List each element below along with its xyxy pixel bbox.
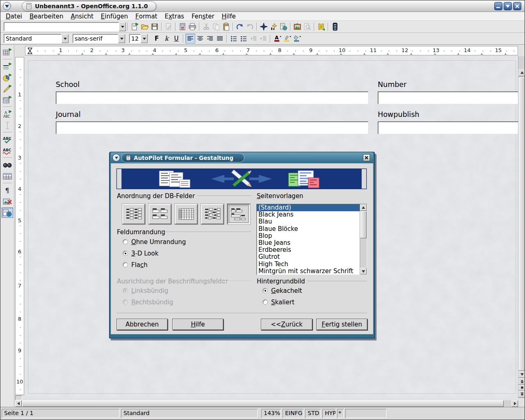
data-sources-icon[interactable]: [330, 22, 340, 32]
save-icon[interactable]: [150, 22, 160, 32]
menu-bearbeiten[interactable]: Bearbeiten: [26, 12, 67, 21]
menu-extras[interactable]: Extras: [161, 12, 187, 21]
arrangement-columns-labels-left-button[interactable]: [122, 204, 145, 224]
list-item[interactable]: Black Jeans: [257, 211, 367, 218]
window-titlebar[interactable]: Unbenannt3 - OpenOffice.org 1.1.0: [0, 0, 525, 12]
copy-icon[interactable]: [211, 22, 221, 32]
align-left-icon[interactable]: [185, 34, 195, 43]
arrangement-rows-labels-left-button[interactable]: [201, 204, 224, 224]
navigation-icon[interactable]: [316, 22, 326, 32]
arrangement-blocks-labels-above-button[interactable]: [227, 204, 250, 224]
form-functions-icon[interactable]: [2, 95, 13, 105]
status-page-style[interactable]: Standard: [121, 409, 258, 418]
maximize-button[interactable]: [504, 2, 512, 10]
radio-scaled-label[interactable]: Skaliert: [271, 299, 294, 306]
status-selection-mode[interactable]: STD: [305, 409, 321, 418]
graphics-onoff-icon[interactable]: [2, 196, 13, 207]
arrangement-as-table-button[interactable]: [175, 204, 198, 224]
new-document-icon[interactable]: [130, 22, 140, 32]
autospellcheck-icon[interactable]: ABC: [2, 146, 13, 156]
bold-icon[interactable]: F: [152, 34, 162, 43]
dialog-close-button[interactable]: [363, 154, 370, 161]
scroll-left-button[interactable]: [15, 400, 22, 407]
next-page-button[interactable]: [518, 390, 525, 397]
underline-icon[interactable]: U: [171, 34, 181, 43]
url-input[interactable]: [4, 22, 119, 31]
menu-einfuegen[interactable]: Einfügen: [97, 12, 132, 21]
font-size-value[interactable]: 12: [129, 34, 141, 43]
data-sources-icon[interactable]: [2, 171, 13, 181]
cut-icon[interactable]: [201, 22, 211, 32]
list-item[interactable]: Blaue Blöcke: [257, 226, 367, 233]
scroll-thumb[interactable]: [360, 211, 367, 238]
scroll-up-button[interactable]: [518, 69, 525, 76]
scroll-thumb[interactable]: [22, 400, 504, 407]
journal-field-input[interactable]: [56, 121, 368, 134]
scroll-down-button[interactable]: [518, 371, 525, 378]
list-item[interactable]: Blop: [257, 233, 367, 240]
insert-icon[interactable]: [2, 47, 13, 57]
dialog-menu-button[interactable]: [112, 154, 120, 162]
radio-flat[interactable]: [123, 262, 128, 267]
paste-icon[interactable]: [221, 22, 231, 32]
status-zoom[interactable]: 143%: [261, 409, 281, 418]
direct-cursor-icon[interactable]: [2, 120, 13, 130]
font-color-icon[interactable]: A: [272, 34, 282, 43]
draw-functions-icon[interactable]: [2, 84, 13, 94]
help-button[interactable]: Hilfe: [172, 319, 224, 330]
menu-fenster[interactable]: Fenster: [188, 12, 218, 21]
vertical-ruler[interactable]: 1 2 3 4 5 6 7 8 9 10: [15, 57, 24, 395]
document-email-icon[interactable]: [178, 22, 187, 32]
back-button[interactable]: << Zurück: [261, 319, 313, 330]
document-canvas[interactable]: School Number Journal Howpublish AutoPil…: [25, 56, 518, 397]
redo-icon[interactable]: [245, 22, 255, 32]
autotext-icon[interactable]: AABC: [2, 109, 13, 119]
list-item[interactable]: Blue Jeans: [257, 240, 367, 247]
list-item[interactable]: High Tech: [257, 261, 367, 268]
justify-icon[interactable]: [215, 34, 225, 43]
radio-tiled[interactable]: [262, 288, 268, 293]
list-scrollbar[interactable]: [360, 204, 367, 274]
zoom-icon[interactable]: [302, 22, 312, 32]
window-title-pill[interactable]: Unbenannt3 - OpenOffice.org 1.1.0: [22, 1, 156, 11]
radio-tiled-label[interactable]: Gekachelt: [271, 287, 302, 294]
undo-icon[interactable]: [235, 22, 245, 32]
navigator-icon[interactable]: [259, 22, 269, 32]
font-dropdown-button[interactable]: [118, 34, 125, 43]
edit-file-icon[interactable]: [164, 22, 173, 32]
status-insert-mode[interactable]: EINFG: [283, 409, 304, 418]
tab-selector-icon[interactable]: [26, 47, 34, 55]
list-item[interactable]: (Standard): [257, 204, 367, 211]
radio-no-border[interactable]: [123, 239, 128, 244]
horizontal-ruler[interactable]: 1 2 3 4 5 6 7 8 9 10 11 12 13 14 15: [25, 46, 518, 55]
list-item[interactable]: Erdbeereis: [257, 247, 367, 253]
close-button[interactable]: [513, 2, 521, 10]
page-styles-listbox[interactable]: (Standard) Black Jeans Blau Blaue Blöcke…: [256, 204, 367, 275]
size-dropdown-button[interactable]: [141, 34, 148, 43]
dialog-titlebar[interactable]: AutoPilot Formular - Gestaltung: [111, 152, 373, 163]
bullets-icon[interactable]: [239, 34, 249, 43]
minimize-button[interactable]: [494, 2, 502, 10]
scroll-right-button[interactable]: [511, 400, 518, 407]
list-item[interactable]: Blau: [257, 218, 367, 225]
horizontal-scrollbar[interactable]: [15, 400, 518, 407]
radio-no-border-label[interactable]: Ohne Umrandung: [131, 238, 186, 246]
insert-fields-icon[interactable]: [2, 62, 13, 72]
nonprinting-characters-icon[interactable]: ¶: [2, 185, 13, 196]
gallery-icon[interactable]: [292, 22, 302, 32]
number-field-input[interactable]: [378, 91, 518, 104]
style-dropdown-button[interactable]: [62, 34, 68, 43]
cancel-button[interactable]: Abbrechen: [116, 319, 168, 330]
howpublish-field-input[interactable]: [378, 121, 518, 134]
navigation-button[interactable]: [518, 385, 525, 390]
school-field-input[interactable]: [56, 91, 368, 104]
url-dropdown-button[interactable]: [119, 22, 126, 31]
list-item[interactable]: Mintgrün mit schwarzer Schrift: [257, 268, 367, 275]
highlighting-icon[interactable]: [282, 34, 292, 43]
find-replace-icon[interactable]: [2, 160, 13, 170]
stylist-icon[interactable]: [269, 22, 278, 32]
radio-scaled[interactable]: [262, 299, 268, 305]
font-name-value[interactable]: sans-serif: [73, 34, 118, 43]
radio-3d-look-label[interactable]: 3-D Look: [131, 250, 158, 257]
list-item[interactable]: Glutrot: [257, 253, 367, 260]
